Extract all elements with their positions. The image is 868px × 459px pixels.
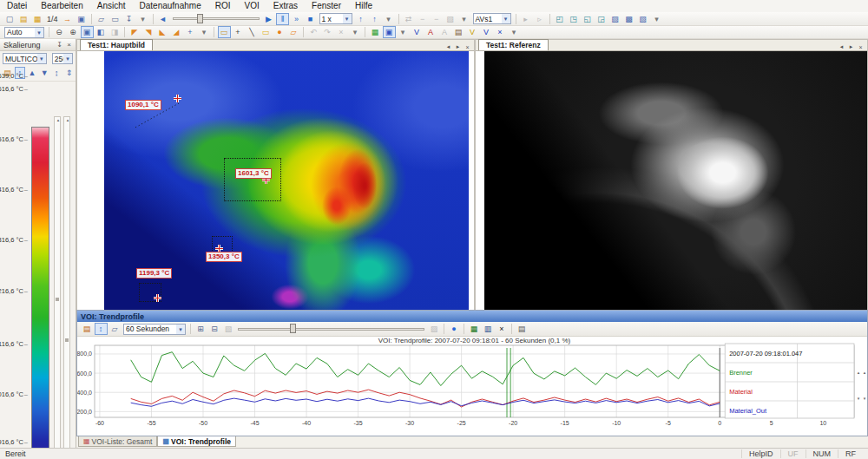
- pan-icon[interactable]: +: [184, 26, 197, 38]
- palette-combo[interactable]: MULTICOLOR ▾: [3, 53, 47, 64]
- voi-value-icon[interactable]: V: [411, 26, 424, 38]
- scale-span-icon[interactable]: ↨: [51, 67, 62, 79]
- zoom-in-icon[interactable]: ⊕: [67, 26, 80, 38]
- measure-corner2-icon[interactable]: ◳: [567, 13, 580, 25]
- measurement-roi[interactable]: [224, 158, 281, 201]
- slider-thumb[interactable]: [65, 338, 69, 342]
- average-icon[interactable]: ▧: [444, 13, 457, 25]
- voi-alarm2-icon[interactable]: A: [438, 26, 451, 38]
- trend-print-icon[interactable]: ▤: [516, 323, 529, 335]
- overflow-icon[interactable]: ▾: [136, 13, 149, 25]
- roi-line-icon[interactable]: ╲: [246, 26, 259, 38]
- levels-combo[interactable]: 256 ▾: [52, 53, 73, 64]
- trend-panel-caption[interactable]: VOI: Trendprofile: [77, 311, 867, 322]
- roi-delete-icon[interactable]: ×: [335, 26, 348, 38]
- print-icon[interactable]: ▭: [108, 13, 122, 25]
- trend-position-slider[interactable]: [238, 324, 424, 334]
- flip-horizontal-icon[interactable]: ◣: [156, 26, 169, 38]
- open-folder-icon[interactable]: ▦: [31, 13, 44, 25]
- menu-item-extras[interactable]: Extras: [266, 0, 305, 12]
- scale-min-slider[interactable]: ▴ ▾: [63, 116, 70, 459]
- new-image-icon[interactable]: ▤: [17, 13, 30, 25]
- roi-point-icon[interactable]: +: [232, 26, 245, 38]
- trend-zoom-out-icon[interactable]: ⊟: [208, 323, 221, 335]
- trend-palette-icon[interactable]: ▤: [81, 323, 94, 335]
- voi-list-icon[interactable]: ▤: [452, 26, 465, 38]
- rotate-right-icon[interactable]: ◥: [142, 26, 155, 38]
- tab-scroll-right-icon[interactable]: ▸: [454, 43, 462, 50]
- measure-area3-icon[interactable]: ▧: [636, 13, 649, 25]
- step-back-icon[interactable]: ↑: [354, 13, 367, 25]
- next-result-icon[interactable]: ▹: [533, 13, 546, 25]
- subtract-ref-icon[interactable]: −: [430, 13, 443, 25]
- trend-interval-combo[interactable]: 60 Sekunden▾: [123, 324, 186, 335]
- trend-table-icon[interactable]: ▦: [468, 323, 481, 335]
- voi-table-icon[interactable]: ▦: [369, 26, 382, 38]
- menu-item-roi[interactable]: ROI: [208, 0, 238, 12]
- trend-back-icon[interactable]: ▧: [222, 323, 235, 335]
- tab-scroll-right-icon[interactable]: ▸: [847, 43, 855, 50]
- voi-alarm-icon[interactable]: A: [424, 26, 437, 38]
- prev-result-icon[interactable]: ▸: [519, 13, 532, 25]
- pin-icon[interactable]: ↧: [55, 41, 64, 49]
- scale-max-slider[interactable]: ▴ ▾: [54, 116, 61, 459]
- voi-report-icon[interactable]: ▣: [383, 26, 396, 38]
- temperature-label[interactable]: 1199,3 °C: [136, 268, 172, 279]
- bottom-tab-active[interactable]: ▩VOI: Trendprofile: [157, 436, 236, 447]
- temperature-label[interactable]: 1090,1 °C: [125, 100, 161, 110]
- arrow-up-icon[interactable]: ▴: [861, 370, 868, 375]
- bottom-tab-inactive[interactable]: ▦VOI-Liste: Gesamt: [78, 436, 157, 447]
- menu-item-bearbeiten[interactable]: Bearbeiten: [34, 0, 89, 12]
- split-vertical-icon[interactable]: ◨: [108, 26, 122, 38]
- close-icon[interactable]: ×: [857, 44, 865, 50]
- trend-forward-icon[interactable]: ▨: [428, 323, 441, 335]
- new-document-icon[interactable]: ▢: [3, 13, 16, 25]
- stop-button[interactable]: ■: [304, 13, 317, 25]
- overflow-icon[interactable]: ▾: [457, 13, 470, 25]
- measure-corner4-icon[interactable]: ◲: [595, 13, 608, 25]
- timeline-slider[interactable]: [173, 14, 260, 24]
- scaling-mode-combo[interactable]: Auto▾: [4, 27, 44, 38]
- menu-item-fenster[interactable]: Fenster: [305, 0, 348, 12]
- link-frames-icon[interactable]: ⇄: [402, 13, 415, 25]
- copy-icon[interactable]: ▱: [95, 13, 108, 25]
- trend-autoscale-icon[interactable]: ↕: [95, 323, 108, 335]
- overflow-icon[interactable]: ▾: [650, 13, 663, 25]
- arrow-down-icon[interactable]: ▾: [861, 396, 868, 401]
- menu-item-datei[interactable]: Datei: [0, 0, 34, 12]
- slider-thumb[interactable]: [56, 298, 59, 301]
- scale-down-icon[interactable]: ▼: [39, 67, 49, 79]
- tab-scroll-left-icon[interactable]: ◂: [444, 43, 452, 50]
- menu-item-hilfe[interactable]: Hilfe: [348, 0, 379, 12]
- roi-circle-icon[interactable]: ●: [273, 26, 286, 38]
- slider-thumb[interactable]: [290, 324, 296, 333]
- trend-zoom-in-icon[interactable]: ⊞: [194, 323, 207, 335]
- goto-frame-icon[interactable]: →: [61, 13, 74, 25]
- menu-item-datenaufnahme[interactable]: Datenaufnahme: [133, 0, 208, 12]
- trend-chart[interactable]: VOI: Trendprofile: 2007-07-20 09:18:01 -…: [77, 337, 867, 436]
- voi-trend-icon[interactable]: V: [466, 26, 479, 38]
- measure-area1-icon[interactable]: ▨: [608, 13, 621, 25]
- flip-vertical-icon[interactable]: ◢: [170, 26, 183, 38]
- voi-clear-icon[interactable]: ×: [494, 26, 507, 38]
- playback-speed-combo[interactable]: 1 x▾: [319, 13, 352, 24]
- measure-corner3-icon[interactable]: ◱: [581, 13, 594, 25]
- roi-select-icon[interactable]: ▭: [218, 26, 231, 38]
- measure-area2-icon[interactable]: ▩: [622, 13, 635, 25]
- roi-rect-icon[interactable]: ▭: [260, 26, 273, 38]
- export-icon[interactable]: ↧: [122, 13, 135, 25]
- tab-hauptbild[interactable]: Test1: Hauptbild: [80, 39, 153, 50]
- zoom-out-icon[interactable]: ⊖: [53, 26, 66, 38]
- play-button[interactable]: ▶: [262, 13, 275, 25]
- arrow-up-icon[interactable]: ▴: [64, 117, 71, 122]
- scale-up-icon[interactable]: ▲: [27, 67, 37, 79]
- thermal-image[interactable]: 1090,1 °C1601,3 °C1350,3 °C1199,3 °C: [104, 51, 469, 310]
- close-icon[interactable]: ×: [64, 41, 74, 49]
- overflow-icon[interactable]: ▾: [508, 26, 521, 38]
- trend-live-icon[interactable]: ●: [448, 323, 461, 335]
- trend-export-icon[interactable]: ▱: [108, 323, 122, 335]
- zoom-fit-icon[interactable]: ▣: [81, 26, 94, 38]
- reference-image[interactable]: [484, 51, 867, 310]
- scale-lock-icon[interactable]: ⇕: [63, 67, 74, 79]
- tab-referenz[interactable]: Test1: Referenz: [478, 39, 549, 50]
